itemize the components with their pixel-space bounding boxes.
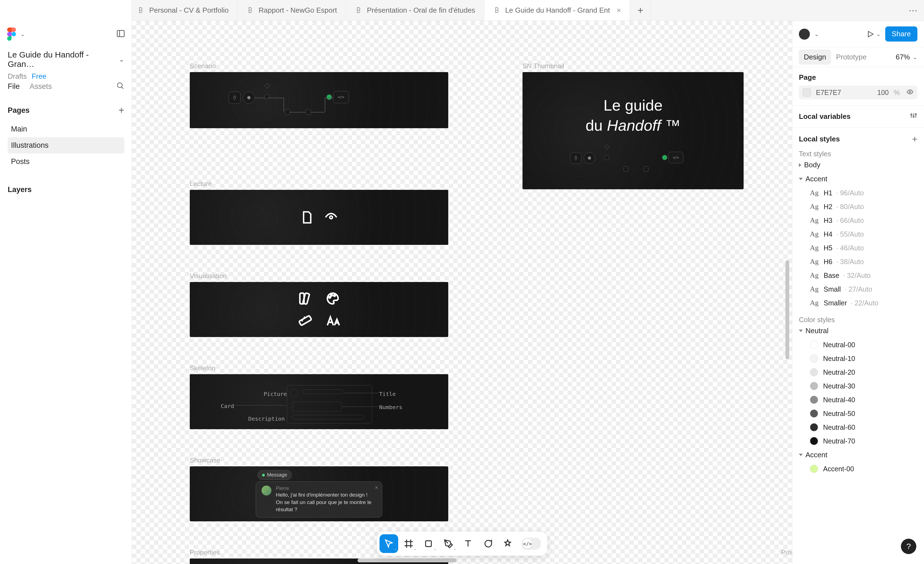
frame-skeleton[interactable]: Picture Card Description Title Numbers <box>190 374 448 429</box>
text-style-name: H1 <box>824 189 832 197</box>
prototype-tab[interactable]: Prototype <box>831 50 872 65</box>
pen-tool[interactable]: ⌄ <box>439 534 458 553</box>
canvas[interactable]: Scenario </> SN Thumbnail Le guide du <box>132 21 792 564</box>
text-style-row[interactable]: AgSmaller· 22/Auto <box>799 296 917 310</box>
tool-chevron-icon[interactable]: ⌄ <box>434 546 437 551</box>
tool-chevron-icon[interactable]: ⌄ <box>414 546 417 551</box>
tool-chevron-icon[interactable]: ⌄ <box>394 546 397 551</box>
color-style-row[interactable]: Neutral-10 <box>799 352 917 365</box>
frame-lecture[interactable] <box>190 190 448 245</box>
file-actions-chevron-icon[interactable]: ⌄ <box>119 56 124 63</box>
canvas-scrollbar-vertical[interactable] <box>785 260 789 359</box>
page-item-main[interactable]: Main <box>8 121 124 137</box>
visibility-toggle-icon[interactable] <box>906 88 914 96</box>
frame-label-properties[interactable]: Properties <box>190 549 220 556</box>
zoom-control[interactable]: 67% ⌄ <box>896 53 917 61</box>
help-button[interactable]: ? <box>901 539 916 554</box>
figma-menu-row: ⌄ <box>0 21 132 47</box>
frame-label-prop[interactable]: Prop <box>781 549 792 556</box>
color-group-neutral[interactable]: Neutral <box>799 324 917 338</box>
tab-presentation[interactable]: Présentation - Oral de fin d'études <box>346 0 484 21</box>
text-style-row[interactable]: AgH2· 80/Auto <box>799 200 917 214</box>
variables-settings-icon[interactable] <box>910 112 917 121</box>
assets-tab[interactable]: Assets <box>30 82 52 91</box>
toggle-panels-button[interactable] <box>116 29 125 39</box>
frame-label-skeleton[interactable]: Skeleton <box>190 364 215 372</box>
color-style-row[interactable]: Neutral-40 <box>799 393 917 407</box>
color-style-row[interactable]: Neutral-30 <box>799 379 917 393</box>
text-style-row[interactable]: AgH5· 46/Auto <box>799 241 917 255</box>
move-tool[interactable]: ⌄ <box>380 534 398 553</box>
text-styles-list: AgH1· 96/AutoAgH2· 80/AutoAgH3· 66/AutoA… <box>799 186 917 310</box>
frame-label-showcase[interactable]: Showcase <box>190 456 220 464</box>
comment-tool[interactable] <box>478 534 497 553</box>
color-style-row[interactable]: Neutral-70 <box>799 434 917 448</box>
page-hex-value[interactable]: E7E7E7 <box>816 89 872 96</box>
text-style-row[interactable]: AgH6· 38/Auto <box>799 255 917 269</box>
dev-mode-toggle[interactable]: </> <box>518 534 544 553</box>
add-style-button[interactable]: + <box>912 134 917 144</box>
frame-visualisation[interactable] <box>190 282 448 337</box>
color-style-row[interactable]: Accent-00 <box>799 462 917 476</box>
page-item-illustrations[interactable]: Illustrations <box>8 137 124 153</box>
frame-label-lecture[interactable]: Lecture <box>190 180 212 188</box>
tool-chevron-icon[interactable]: ⌄ <box>453 546 456 551</box>
present-button[interactable]: ⌄ <box>866 30 881 38</box>
text-style-row[interactable]: AgH4· 55/Auto <box>799 227 917 241</box>
left-panel: ⌄ Le Guide du Handoff - Gran… ⌄ Drafts F… <box>0 0 132 564</box>
search-button[interactable] <box>116 81 124 92</box>
thumbnail-title: Le guide du Handoff ™ <box>585 95 681 135</box>
frame-label-scenario[interactable]: Scenario <box>190 62 216 70</box>
text-tool[interactable] <box>459 534 477 553</box>
color-style-row[interactable]: Neutral-60 <box>799 420 917 434</box>
color-style-row[interactable]: Neutral-50 <box>799 407 917 420</box>
file-title[interactable]: Le Guide du Handoff - Gran… ⌄ <box>8 50 124 69</box>
svg-point-10 <box>334 295 336 296</box>
add-page-button[interactable]: + <box>118 105 124 116</box>
left-panel-tabs: File Assets <box>0 78 132 95</box>
text-styles-label: Text styles <box>799 150 917 158</box>
color-style-row[interactable]: Neutral-20 <box>799 365 917 379</box>
tabbar-overflow-button[interactable]: ⋯ <box>903 5 924 16</box>
page-opacity-value[interactable]: 100 <box>877 89 889 96</box>
frame-scenario[interactable]: </> <box>190 72 448 128</box>
local-vars-header[interactable]: Local variables <box>799 112 917 121</box>
color-style-name: Neutral-50 <box>823 410 855 418</box>
frame-tool[interactable]: ⌄ <box>399 534 418 553</box>
color-group-accent[interactable]: Accent <box>799 448 917 462</box>
page-item-posts[interactable]: Posts <box>8 153 124 170</box>
color-style-row[interactable]: Neutral-00 <box>799 338 917 352</box>
text-style-row[interactable]: AgH1· 96/Auto <box>799 186 917 200</box>
thumb-prefix: du <box>585 117 607 134</box>
actions-tool[interactable] <box>498 534 517 553</box>
main-menu-chevron-icon[interactable]: ⌄ <box>20 31 25 38</box>
tab-personal[interactable]: Personal - CV & Portfolio <box>128 0 238 21</box>
text-style-row[interactable]: AgBase· 32/Auto <box>799 269 917 282</box>
text-style-row[interactable]: AgSmall· 27/Auto <box>799 282 917 296</box>
page-swatch[interactable] <box>803 88 811 96</box>
tab-handoff[interactable]: Le Guide du Handoff - Grand Ent × <box>484 0 630 21</box>
page-section: Page E7E7E7 100 % <box>792 67 924 106</box>
text-group-body[interactable]: Body <box>799 158 917 172</box>
new-tab-button[interactable]: + <box>630 0 651 21</box>
file-tab[interactable]: File <box>8 82 20 91</box>
text-group-accent[interactable]: Accent <box>799 172 917 186</box>
page-background-row[interactable]: E7E7E7 100 % <box>799 86 917 99</box>
svg-point-9 <box>331 294 333 296</box>
shape-tool[interactable]: ⌄ <box>419 534 438 553</box>
canvas-scrollbar-horizontal[interactable] <box>357 558 456 562</box>
ag-icon: Ag <box>810 189 820 197</box>
user-avatar[interactable] <box>799 29 810 40</box>
frame-label-visualisation[interactable]: Visualisation <box>190 272 226 280</box>
share-button[interactable]: Share <box>885 26 917 42</box>
close-tab-icon[interactable]: × <box>616 6 621 15</box>
frame-showcase[interactable]: Message Pierre Hello, j'ai fini d'implém… <box>190 466 448 521</box>
text-style-row[interactable]: AgH3· 66/Auto <box>799 214 917 227</box>
tab-rapport[interactable]: Rapport - NewGo Esport <box>238 0 346 21</box>
frame-label-thumbnail[interactable]: SN Thumbnail <box>522 62 564 70</box>
frame-thumbnail[interactable]: Le guide du Handoff ™ </> <box>522 72 744 189</box>
design-tab[interactable]: Design <box>799 50 831 65</box>
local-styles-label: Local styles <box>799 135 840 143</box>
figma-logo-icon[interactable] <box>7 27 16 41</box>
user-menu-chevron-icon[interactable]: ⌄ <box>814 31 819 38</box>
